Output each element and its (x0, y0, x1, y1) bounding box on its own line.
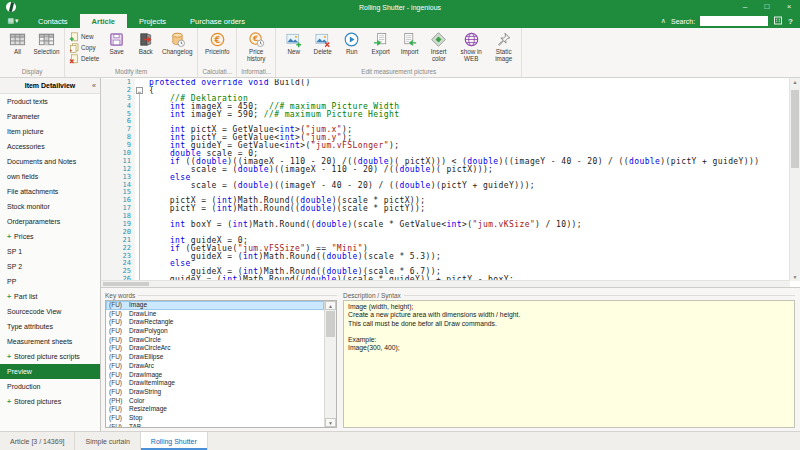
status-tab-rolling-shutter[interactable]: Rolling Shutter (141, 432, 208, 450)
main-area: Item Detailview « Product textsParameter… (0, 78, 800, 431)
sidebar-item-stored-pictures[interactable]: +Stored pictures (0, 394, 100, 409)
keyword-row-drawitemimage[interactable]: (FU)DrawItemImage (106, 379, 324, 388)
sidebar-item-production[interactable]: Production (0, 379, 100, 394)
delete-item-button[interactable]: Delete (69, 53, 99, 64)
sidebar-item-sp-1[interactable]: SP 1 (0, 244, 100, 259)
scroll-up-icon[interactable]: ▲ (790, 78, 800, 86)
sidebar-item-sp-2[interactable]: SP 2 (0, 259, 100, 274)
titlebar: Rolling Shutter - ingenious – □ × (0, 0, 800, 14)
code-line[interactable]: 17 pictY = (int)Math.Round((double)(scal… (101, 205, 790, 213)
scrollbar-thumb[interactable] (103, 282, 149, 286)
editor-vertical-scrollbar[interactable]: ▲ ▼ (789, 78, 800, 281)
menu-tab-projects[interactable]: Projects (127, 14, 178, 28)
code-line[interactable]: 1protected override void Build() (101, 79, 790, 87)
sidebar-item-preview[interactable]: Preview (0, 364, 100, 379)
menu-tab-purchase-orders[interactable]: Purchase orders (178, 14, 257, 28)
keywords-list[interactable]: (FU)Image(FU)DrawLine(FU)DrawRectangle(F… (105, 300, 337, 428)
code-line[interactable]: 23 guideX = (int)Math.Round((double)(sca… (101, 253, 790, 261)
sidebar-item-label: Preview (7, 368, 32, 375)
keyword-row-image[interactable]: (FU)Image (106, 301, 324, 310)
sidebar-item-stock-monitor[interactable]: Stock monitor (0, 199, 100, 214)
keyword-name: Image (129, 301, 147, 310)
keywords-scrollbar[interactable]: ▲ ▼ (324, 301, 336, 427)
code-editor[interactable]: 1protected override void Build()2{3 //# … (101, 78, 800, 288)
fold-margin (135, 245, 146, 253)
sidebar-item-orderparameters[interactable]: Orderparameters (0, 214, 100, 229)
scrollbar-thumb[interactable] (791, 90, 799, 168)
keyword-row-drawline[interactable]: (FU)DrawLine (106, 310, 324, 319)
code-line[interactable]: 19 int boxY = (int)Math.Round((double)(s… (101, 221, 790, 229)
sidebar-item-product-texts[interactable]: Product texts (0, 94, 100, 109)
insert-color-button[interactable]: Insert color (424, 29, 453, 62)
sidebar-item-part-list[interactable]: +Part list (0, 289, 100, 304)
fold-margin (135, 111, 146, 119)
scrollbar-thumb[interactable] (326, 311, 335, 337)
export-button[interactable]: Export (366, 29, 395, 56)
ribbon-group-label: Edit measurement pictures (279, 67, 518, 77)
keyword-row-drawstring[interactable]: (FU)DrawString (106, 388, 324, 397)
save-button[interactable]: Save (102, 29, 131, 56)
scroll-down-icon[interactable]: ▼ (790, 273, 800, 281)
sidebar-item-file-attachments[interactable]: File attachments (0, 184, 100, 199)
close-button[interactable]: × (778, 0, 800, 14)
priceinfo-button[interactable]: € Priceinfo (201, 29, 233, 56)
changelog-button[interactable]: Changelog (160, 29, 194, 56)
sidebar-item-accessories[interactable]: Accessories (0, 139, 100, 154)
copy-item-button[interactable]: Copy (69, 42, 99, 53)
run-button[interactable]: Run (337, 29, 366, 56)
collapse-sidebar-icon[interactable]: « (92, 82, 96, 89)
price-history-button[interactable]: € Price history (240, 29, 272, 62)
keyword-row-resizeimage[interactable]: (FU)ResizeImage (106, 405, 324, 414)
sidebar-item-documents-and-notes[interactable]: Documents and Notes (0, 154, 100, 169)
back-button[interactable]: Back (131, 29, 160, 56)
keyword-row-tab[interactable]: (FU)TAB (106, 423, 324, 427)
status-tab-simple-curtain[interactable]: Simple curtain (75, 432, 140, 450)
static-image-button[interactable]: Static image (489, 29, 518, 62)
search-input[interactable] (700, 16, 768, 26)
collapse-ribbon-icon[interactable]: ∧ (661, 17, 666, 25)
all-button[interactable]: All (3, 29, 32, 56)
app-menu-button[interactable]: ▦▾ (0, 14, 26, 28)
fold-margin (135, 174, 146, 182)
keyword-row-drawellipse[interactable]: (FU)DrawEllipse (106, 353, 324, 362)
code-line[interactable]: 14 scale = (double)((imageY - 40 - 20) /… (101, 182, 790, 190)
sidebar-item-stored-picture-scripts[interactable]: +Stored picture scripts (0, 349, 100, 364)
help-icon[interactable]: ? (788, 17, 793, 26)
sidebar-item-own-fields[interactable]: own fields (0, 169, 100, 184)
maximize-button[interactable]: □ (756, 0, 778, 14)
keyword-row-color[interactable]: (PH)Color (106, 397, 324, 406)
import-button[interactable]: Import (395, 29, 424, 56)
sidebar-item-item-picture[interactable]: Item picture (0, 124, 100, 139)
keyword-tag: (FU) (109, 318, 129, 327)
sidebar-item-parameter[interactable]: Parameter (0, 109, 100, 124)
code-line[interactable]: 12 scale = (double)((imageX - 110 - 20) … (101, 166, 790, 174)
menu-tab-article[interactable]: Article (80, 14, 127, 28)
sidebar-item-pp[interactable]: PP (0, 274, 100, 289)
scroll-up-icon[interactable]: ▲ (325, 301, 336, 310)
keyword-row-drawpolygon[interactable]: (FU)DrawPolygon (106, 327, 324, 336)
selection-button[interactable]: Selection (32, 29, 61, 56)
delete-picture-button[interactable]: Delete (308, 29, 337, 56)
scroll-down-icon[interactable]: ▼ (325, 418, 336, 427)
editor-horizontal-scrollbar[interactable] (101, 280, 790, 287)
keyword-name: DrawPolygon (129, 327, 168, 336)
sidebar-item-prices[interactable]: +Prices (0, 229, 100, 244)
keyword-row-drawimage[interactable]: (FU)DrawImage (106, 371, 324, 380)
sidebar-item-measurement-sheets[interactable]: Measurement sheets (0, 334, 100, 349)
new-picture-button[interactable]: New (279, 29, 308, 56)
keyword-row-drawrectangle[interactable]: (FU)DrawRectangle (106, 318, 324, 327)
sidebar-item-type-attributes[interactable]: Type attributes (0, 319, 100, 334)
code-line[interactable]: 5 int imageY = 590; //# maximum Picture … (101, 111, 790, 119)
organization-icon[interactable] (773, 15, 783, 27)
minimize-button[interactable]: – (734, 0, 756, 14)
new-item-button[interactable]: New (69, 31, 99, 42)
keyword-row-drawcircle[interactable]: (FU)DrawCircle (106, 336, 324, 345)
menu-tab-contacts[interactable]: Contacts (26, 14, 80, 28)
keyword-row-stop[interactable]: (FU)Stop (106, 414, 324, 423)
status-tab-article[interactable]: Article [3 / 14369] (0, 432, 75, 450)
show-in-web-button[interactable]: show in WEB (453, 29, 489, 62)
keyword-row-drawarc[interactable]: (FU)DrawArc (106, 362, 324, 371)
sidebar-item-sourcecode-view[interactable]: Sourcecode View (0, 304, 100, 319)
fold-collapse-icon[interactable] (135, 87, 146, 95)
keyword-row-drawcirclearc[interactable]: (FU)DrawCircleArc (106, 344, 324, 353)
